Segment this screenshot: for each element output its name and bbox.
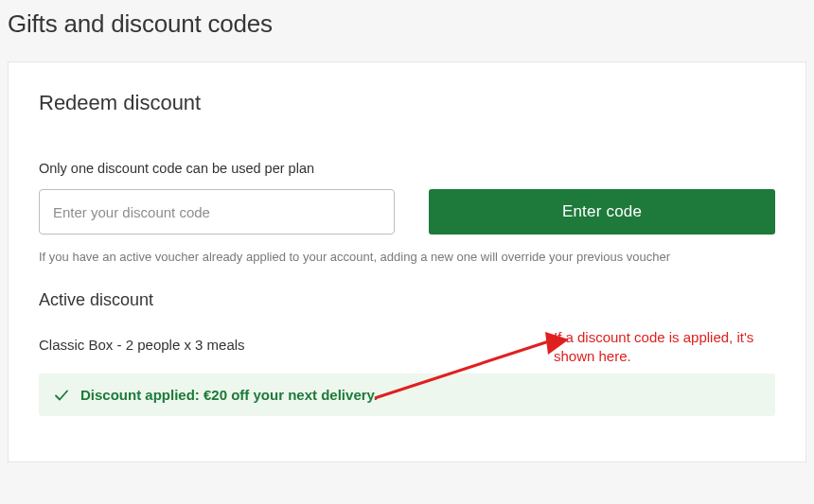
redeem-card: Redeem discount Only one discount code c…	[8, 61, 806, 462]
annotation-text: If a discount code is applied, it's show…	[554, 328, 771, 367]
discount-applied-banner: Discount applied: €20 off your next deli…	[39, 374, 775, 416]
override-note: If you have an active voucher already ap…	[39, 250, 775, 264]
redeem-section-title: Redeem discount	[39, 91, 775, 115]
enter-code-button[interactable]: Enter code	[429, 189, 775, 235]
page-title: Gifts and discount codes	[8, 9, 806, 39]
active-discount-title: Active discount	[39, 290, 775, 310]
discount-applied-text: Discount applied: €20 off your next deli…	[80, 387, 378, 403]
code-row: Enter code	[39, 189, 775, 235]
check-icon	[54, 388, 69, 403]
redeem-hint: Only one discount code can be used per p…	[39, 161, 775, 176]
discount-code-input[interactable]	[39, 189, 395, 235]
